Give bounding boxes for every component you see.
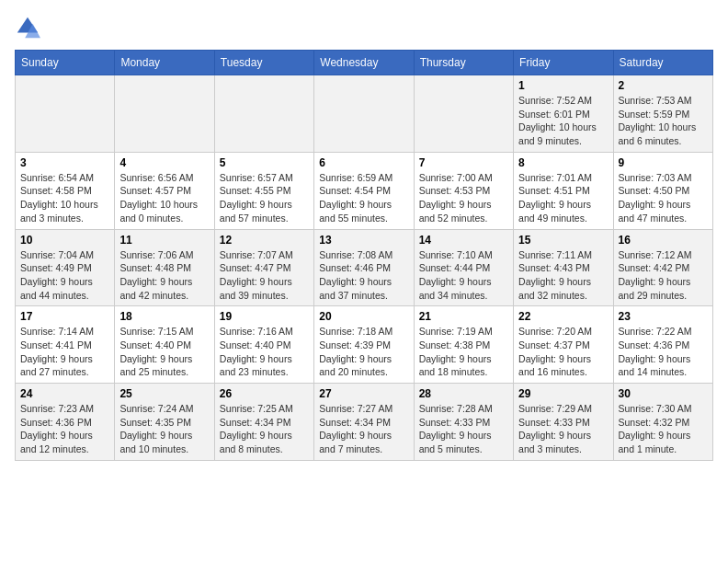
day-header-thursday: Thursday bbox=[414, 51, 513, 75]
calendar-cell: 3Sunrise: 6:54 AM Sunset: 4:58 PM Daylig… bbox=[16, 152, 115, 229]
calendar-cell bbox=[16, 75, 115, 153]
calendar-cell: 22Sunrise: 7:20 AM Sunset: 4:37 PM Dayli… bbox=[514, 306, 613, 384]
calendar-cell: 23Sunrise: 7:22 AM Sunset: 4:36 PM Dayli… bbox=[613, 306, 712, 384]
day-info: Sunrise: 7:01 AM Sunset: 4:51 PM Dayligh… bbox=[518, 171, 608, 225]
day-number: 6 bbox=[319, 156, 408, 169]
day-number: 23 bbox=[619, 310, 708, 323]
logo bbox=[15, 15, 44, 40]
day-number: 9 bbox=[619, 156, 708, 169]
calendar-cell: 5Sunrise: 6:57 AM Sunset: 4:55 PM Daylig… bbox=[214, 152, 313, 229]
day-info: Sunrise: 7:04 AM Sunset: 4:49 PM Dayligh… bbox=[20, 248, 109, 303]
day-info: Sunrise: 7:07 AM Sunset: 4:47 PM Dayligh… bbox=[220, 248, 309, 303]
day-info: Sunrise: 7:16 AM Sunset: 4:40 PM Dayligh… bbox=[220, 325, 309, 379]
calendar-cell: 28Sunrise: 7:28 AM Sunset: 4:33 PM Dayli… bbox=[414, 384, 513, 461]
calendar-cell: 12Sunrise: 7:07 AM Sunset: 4:47 PM Dayli… bbox=[214, 229, 313, 306]
calendar-cell: 18Sunrise: 7:15 AM Sunset: 4:40 PM Dayli… bbox=[115, 306, 214, 384]
day-number: 29 bbox=[518, 387, 608, 400]
calendar-header: SundayMondayTuesdayWednesdayThursdayFrid… bbox=[16, 51, 713, 75]
calendar-cell: 2Sunrise: 7:53 AM Sunset: 5:59 PM Daylig… bbox=[613, 75, 712, 153]
day-info: Sunrise: 7:15 AM Sunset: 4:40 PM Dayligh… bbox=[119, 325, 209, 379]
day-info: Sunrise: 7:06 AM Sunset: 4:48 PM Dayligh… bbox=[119, 248, 209, 303]
day-info: Sunrise: 7:25 AM Sunset: 4:34 PM Dayligh… bbox=[220, 402, 309, 456]
day-info: Sunrise: 6:54 AM Sunset: 4:58 PM Dayligh… bbox=[20, 171, 109, 225]
day-info: Sunrise: 7:24 AM Sunset: 4:35 PM Dayligh… bbox=[119, 402, 209, 456]
day-header-monday: Monday bbox=[115, 51, 214, 75]
calendar-cell: 17Sunrise: 7:14 AM Sunset: 4:41 PM Dayli… bbox=[16, 306, 115, 384]
calendar-cell bbox=[414, 75, 513, 153]
day-info: Sunrise: 7:10 AM Sunset: 4:44 PM Dayligh… bbox=[419, 248, 508, 303]
day-info: Sunrise: 7:53 AM Sunset: 5:59 PM Dayligh… bbox=[619, 94, 708, 148]
calendar-cell: 20Sunrise: 7:18 AM Sunset: 4:39 PM Dayli… bbox=[314, 306, 414, 384]
day-number: 30 bbox=[619, 387, 708, 400]
day-info: Sunrise: 6:57 AM Sunset: 4:55 PM Dayligh… bbox=[220, 171, 309, 225]
day-number: 12 bbox=[220, 234, 309, 247]
calendar-cell: 29Sunrise: 7:29 AM Sunset: 4:33 PM Dayli… bbox=[514, 384, 613, 461]
day-info: Sunrise: 7:27 AM Sunset: 4:34 PM Dayligh… bbox=[319, 402, 408, 456]
week-row-3: 10Sunrise: 7:04 AM Sunset: 4:49 PM Dayli… bbox=[16, 229, 713, 306]
day-info: Sunrise: 7:12 AM Sunset: 4:42 PM Dayligh… bbox=[619, 248, 708, 303]
week-row-1: 1Sunrise: 7:52 AM Sunset: 6:01 PM Daylig… bbox=[16, 75, 713, 153]
day-number: 27 bbox=[319, 387, 408, 400]
week-row-4: 17Sunrise: 7:14 AM Sunset: 4:41 PM Dayli… bbox=[16, 306, 713, 384]
day-number: 20 bbox=[319, 310, 408, 323]
calendar-cell: 11Sunrise: 7:06 AM Sunset: 4:48 PM Dayli… bbox=[115, 229, 214, 306]
calendar-cell: 8Sunrise: 7:01 AM Sunset: 4:51 PM Daylig… bbox=[514, 152, 613, 229]
calendar-cell: 26Sunrise: 7:25 AM Sunset: 4:34 PM Dayli… bbox=[214, 384, 313, 461]
day-info: Sunrise: 7:28 AM Sunset: 4:33 PM Dayligh… bbox=[419, 402, 508, 456]
calendar-cell: 19Sunrise: 7:16 AM Sunset: 4:40 PM Dayli… bbox=[214, 306, 313, 384]
day-info: Sunrise: 6:56 AM Sunset: 4:57 PM Dayligh… bbox=[119, 171, 209, 225]
calendar-cell: 10Sunrise: 7:04 AM Sunset: 4:49 PM Dayli… bbox=[16, 229, 115, 306]
day-number: 13 bbox=[319, 234, 408, 247]
calendar-body: 1Sunrise: 7:52 AM Sunset: 6:01 PM Daylig… bbox=[16, 75, 713, 461]
day-number: 21 bbox=[419, 310, 508, 323]
calendar-cell: 25Sunrise: 7:24 AM Sunset: 4:35 PM Dayli… bbox=[115, 384, 214, 461]
logo-icon bbox=[15, 15, 40, 40]
page-header bbox=[15, 15, 713, 40]
day-info: Sunrise: 7:29 AM Sunset: 4:33 PM Dayligh… bbox=[518, 402, 608, 456]
day-number: 15 bbox=[518, 234, 608, 247]
day-number: 25 bbox=[119, 387, 209, 400]
day-number: 8 bbox=[518, 156, 608, 169]
day-number: 14 bbox=[419, 234, 508, 247]
day-header-friday: Friday bbox=[514, 51, 613, 75]
day-header-wednesday: Wednesday bbox=[314, 51, 414, 75]
calendar-cell: 6Sunrise: 6:59 AM Sunset: 4:54 PM Daylig… bbox=[314, 152, 414, 229]
week-row-5: 24Sunrise: 7:23 AM Sunset: 4:36 PM Dayli… bbox=[16, 384, 713, 461]
day-number: 26 bbox=[220, 387, 309, 400]
day-info: Sunrise: 7:22 AM Sunset: 4:36 PM Dayligh… bbox=[619, 325, 708, 379]
day-info: Sunrise: 7:11 AM Sunset: 4:43 PM Dayligh… bbox=[518, 248, 608, 303]
day-number: 19 bbox=[220, 310, 309, 323]
header-row: SundayMondayTuesdayWednesdayThursdayFrid… bbox=[16, 51, 713, 75]
day-info: Sunrise: 7:00 AM Sunset: 4:53 PM Dayligh… bbox=[419, 171, 508, 225]
day-header-sunday: Sunday bbox=[16, 51, 115, 75]
calendar-cell: 30Sunrise: 7:30 AM Sunset: 4:32 PM Dayli… bbox=[613, 384, 712, 461]
day-number: 1 bbox=[518, 79, 608, 92]
calendar-cell: 13Sunrise: 7:08 AM Sunset: 4:46 PM Dayli… bbox=[314, 229, 414, 306]
day-number: 24 bbox=[20, 387, 109, 400]
calendar-cell: 15Sunrise: 7:11 AM Sunset: 4:43 PM Dayli… bbox=[514, 229, 613, 306]
day-number: 4 bbox=[119, 156, 209, 169]
day-number: 17 bbox=[20, 310, 109, 323]
day-info: Sunrise: 7:19 AM Sunset: 4:38 PM Dayligh… bbox=[419, 325, 508, 379]
calendar-cell: 9Sunrise: 7:03 AM Sunset: 4:50 PM Daylig… bbox=[613, 152, 712, 229]
calendar-cell: 27Sunrise: 7:27 AM Sunset: 4:34 PM Dayli… bbox=[314, 384, 414, 461]
day-number: 5 bbox=[220, 156, 309, 169]
calendar-cell bbox=[314, 75, 414, 153]
calendar-cell bbox=[214, 75, 313, 153]
day-number: 18 bbox=[119, 310, 209, 323]
day-number: 2 bbox=[619, 79, 708, 92]
day-info: Sunrise: 7:30 AM Sunset: 4:32 PM Dayligh… bbox=[619, 402, 708, 456]
calendar-cell bbox=[115, 75, 214, 153]
calendar-cell: 4Sunrise: 6:56 AM Sunset: 4:57 PM Daylig… bbox=[115, 152, 214, 229]
calendar-cell: 16Sunrise: 7:12 AM Sunset: 4:42 PM Dayli… bbox=[613, 229, 712, 306]
week-row-2: 3Sunrise: 6:54 AM Sunset: 4:58 PM Daylig… bbox=[16, 152, 713, 229]
day-header-saturday: Saturday bbox=[613, 51, 712, 75]
day-number: 11 bbox=[119, 234, 209, 247]
day-info: Sunrise: 7:52 AM Sunset: 6:01 PM Dayligh… bbox=[518, 94, 608, 148]
day-info: Sunrise: 7:14 AM Sunset: 4:41 PM Dayligh… bbox=[20, 325, 109, 379]
day-info: Sunrise: 6:59 AM Sunset: 4:54 PM Dayligh… bbox=[319, 171, 408, 225]
calendar-cell: 14Sunrise: 7:10 AM Sunset: 4:44 PM Dayli… bbox=[414, 229, 513, 306]
calendar-cell: 7Sunrise: 7:00 AM Sunset: 4:53 PM Daylig… bbox=[414, 152, 513, 229]
day-number: 10 bbox=[20, 234, 109, 247]
day-number: 3 bbox=[20, 156, 109, 169]
